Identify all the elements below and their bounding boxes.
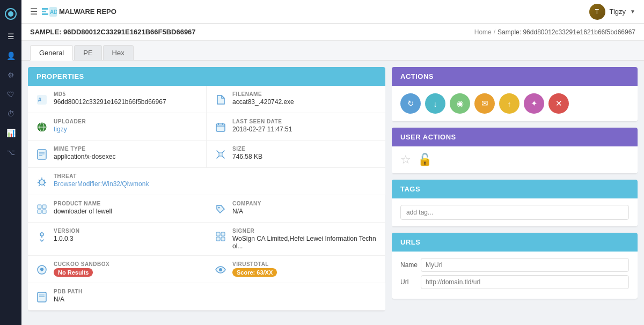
sidebar-item-github[interactable]: ⌥ xyxy=(2,144,19,161)
properties-card: PROPERTIES # MD5 96dd80012c33291e1621b xyxy=(28,67,385,311)
chevron-down-icon: ▼ xyxy=(630,9,635,14)
md5-label: MD5 xyxy=(54,91,200,97)
uploader-value[interactable]: tigzy xyxy=(54,125,200,133)
sidebar-item-clock[interactable]: ⏱ xyxy=(2,105,19,122)
download-button[interactable]: ↓ xyxy=(425,93,445,114)
grid-icon xyxy=(34,202,49,217)
mime-label: MIME TYPE xyxy=(54,146,200,152)
svg-rect-37 xyxy=(216,237,220,241)
sidebar-item-shield[interactable]: 🛡 xyxy=(2,86,19,103)
brand: ADL MALWARE REPO xyxy=(42,6,116,17)
company-value: N/A xyxy=(232,208,378,215)
prop-filename: FILENAME accat83_.420742.exe xyxy=(207,86,385,113)
file3-icon xyxy=(34,290,49,305)
svg-rect-2 xyxy=(42,8,48,10)
user-name[interactable]: Tigzy xyxy=(610,8,626,16)
url-name-input[interactable] xyxy=(421,258,629,272)
prop-last-seen: LAST SEEN DATE 2018-02-27 11:47:51 xyxy=(207,113,385,141)
comment-button[interactable]: ✉ xyxy=(474,93,495,114)
tags-card: TAGS xyxy=(392,180,638,226)
prop-threat: THREAT BrowserModifier:Win32/Qiwmonk xyxy=(28,168,385,195)
url-url-label: Url xyxy=(400,278,416,286)
sidebar: ☰ 👤 ⚙ 🛡 ⏱ 📊 ⌥ xyxy=(0,0,21,325)
breadcrumb-home[interactable]: Home xyxy=(474,28,492,36)
prop-signer: SIGNER WoSign CA Limited,Hefei Lewei Inf… xyxy=(207,223,385,256)
prop-size: SIZE 746.58 KB xyxy=(207,141,385,168)
svg-point-1 xyxy=(8,11,13,17)
brand-icon: ADL xyxy=(42,6,57,17)
svg-rect-4 xyxy=(42,13,48,15)
topnav-right: T Tigzy ▼ xyxy=(589,4,635,20)
sidebar-item-user[interactable]: 👤 xyxy=(2,47,19,64)
pdb-label: PDB PATH xyxy=(54,289,379,294)
file-icon xyxy=(213,92,228,107)
delete-button[interactable]: ✕ xyxy=(548,93,569,114)
threat-value[interactable]: BrowserModifier:Win32/Qiwmonk xyxy=(54,180,379,188)
product-value: downloader of lewell xyxy=(54,208,200,215)
breadcrumb: Home / Sample: 96dd80012c33291e1621b66f5… xyxy=(474,28,635,36)
svg-text:#: # xyxy=(38,97,41,103)
breadcrumb-bar: SAMPLE: 96DD80012C33291E1621B66F5BD66967… xyxy=(21,24,644,41)
svg-rect-36 xyxy=(221,232,225,236)
star2-button[interactable]: ✦ xyxy=(524,93,544,114)
company-label: COMPANY xyxy=(232,201,378,206)
size-value: 746.58 KB xyxy=(232,153,379,160)
svg-point-34 xyxy=(40,233,43,236)
virustotal-label: VIRUSTOTAL xyxy=(232,261,378,267)
tag-input[interactable] xyxy=(400,205,629,220)
prop-cuckoo: CUCKOO SANDBOX No Results xyxy=(28,256,207,283)
refresh-button[interactable]: ↻ xyxy=(400,93,421,114)
prop-mime: MIME TYPE application/x-dosexec xyxy=(28,141,207,168)
filename-label: FILENAME xyxy=(232,91,379,97)
breadcrumb-current: Sample: 96dd80012c33291e1621b66f5bd66967 xyxy=(497,28,635,36)
actions-header: ACTIONS xyxy=(392,67,638,86)
version-value: 1.0.0.3 xyxy=(54,235,200,242)
svg-point-40 xyxy=(219,268,222,271)
url-name-label: Name xyxy=(400,261,416,269)
unlock-icon: 🔓 xyxy=(418,153,432,166)
left-panel: PROPERTIES # MD5 96dd80012c33291e1621b xyxy=(28,67,385,319)
tags-content xyxy=(392,198,638,226)
svg-rect-20 xyxy=(219,153,222,156)
prop-uploader: UPLOADER tigzy xyxy=(28,113,207,141)
logo xyxy=(1,4,20,24)
star-button[interactable]: ☆ xyxy=(400,153,411,167)
svg-rect-41 xyxy=(38,292,46,302)
urls-content: Name Url xyxy=(392,252,638,299)
globe-icon xyxy=(34,120,49,135)
no-results-badge: No Results xyxy=(54,268,93,277)
main-area: ☰ ADL MALWARE REPO T Tigzy ▼ xyxy=(21,0,644,325)
svg-text:ADL: ADL xyxy=(50,9,57,15)
actions-card: ACTIONS ↻ ↓ ◉ ✉ ↑ ✦ ✕ xyxy=(392,67,638,121)
urls-header: URLS xyxy=(392,233,638,252)
tab-pe[interactable]: PE xyxy=(74,45,101,60)
signer-label: SIGNER xyxy=(232,228,378,234)
sidebar-item-chart[interactable]: 📊 xyxy=(2,124,19,142)
view-button[interactable]: ◉ xyxy=(450,93,470,114)
uploader-label: UPLOADER xyxy=(54,119,200,124)
pdb-value: N/A xyxy=(54,296,379,303)
content-area: PROPERTIES # MD5 96dd80012c33291e1621b xyxy=(21,61,644,325)
sidebar-item-settings[interactable]: ⚙ xyxy=(2,67,19,84)
sidebar-item-home[interactable]: ☰ xyxy=(2,28,19,45)
cuckoo-icon xyxy=(34,262,49,277)
menu-icon[interactable]: ☰ xyxy=(30,6,38,17)
svg-rect-32 xyxy=(42,210,46,213)
properties-header: PROPERTIES xyxy=(28,67,385,86)
mime-value: application/x-dosexec xyxy=(54,153,200,160)
unlock-button[interactable]: 🔓 xyxy=(418,153,432,167)
right-panel: ACTIONS ↻ ↓ ◉ ✉ ↑ ✦ ✕ USER ACTIONS ☆ xyxy=(392,67,638,319)
url-url-input[interactable] xyxy=(421,275,629,289)
md5-value: 96dd80012c33291e1621b66f5bd66967 xyxy=(54,98,200,106)
svg-line-27 xyxy=(39,184,40,186)
last-seen-value: 2018-02-27 11:47:51 xyxy=(232,125,379,133)
url-url-row: Url xyxy=(400,275,629,289)
upload-button[interactable]: ↑ xyxy=(499,93,519,114)
tab-general[interactable]: General xyxy=(30,45,73,61)
tab-hex[interactable]: Hex xyxy=(103,45,134,60)
prop-virustotal: VIRUSTOTAL Score: 63/XX xyxy=(207,256,385,283)
calendar-icon xyxy=(213,120,228,135)
file2-icon xyxy=(34,147,49,162)
properties-grid: # MD5 96dd80012c33291e1621b66f5bd66967 xyxy=(28,86,385,311)
resize-icon xyxy=(213,147,228,162)
